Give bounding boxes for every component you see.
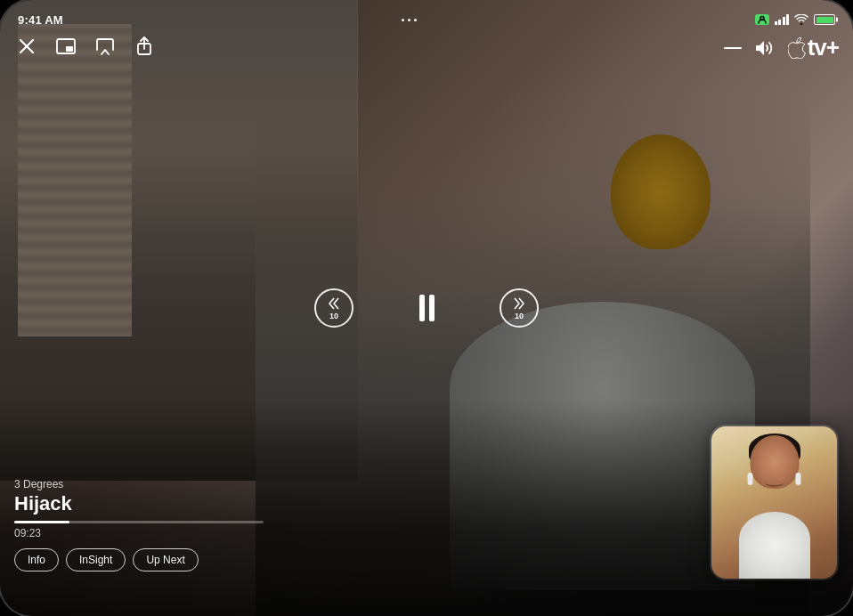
progress-bar-fill bbox=[14, 521, 69, 523]
episode-label: 3 Degrees bbox=[14, 478, 264, 490]
skip-back-content: 10 bbox=[326, 296, 342, 320]
pause-bar-right bbox=[429, 295, 435, 321]
facetime-person-head bbox=[750, 435, 799, 489]
top-right-controls: tv+ bbox=[724, 34, 839, 61]
minimize-button[interactable] bbox=[724, 47, 742, 49]
signal-bar-1 bbox=[775, 21, 777, 25]
pip-button[interactable] bbox=[53, 34, 78, 59]
signal-bar-3 bbox=[783, 17, 785, 25]
info-button[interactable]: Info bbox=[14, 548, 59, 571]
pause-button[interactable] bbox=[407, 288, 446, 328]
facetime-overlay[interactable] bbox=[710, 425, 839, 580]
status-center bbox=[402, 19, 417, 21]
status-right bbox=[755, 14, 836, 25]
person-indicator-icon bbox=[758, 15, 767, 24]
skip-forward-icon bbox=[511, 296, 527, 311]
svg-marker-6 bbox=[756, 41, 764, 55]
show-title: Hijack bbox=[14, 492, 264, 515]
device-frame: 9:41 AM bbox=[0, 0, 853, 616]
skip-forward-content: 10 bbox=[511, 296, 527, 320]
svg-rect-4 bbox=[66, 46, 73, 52]
skip-forward-button[interactable]: 10 bbox=[500, 288, 539, 328]
top-left-controls bbox=[14, 34, 157, 59]
skip-back-label: 10 bbox=[329, 312, 338, 320]
status-dot-2 bbox=[408, 19, 410, 21]
status-dot-1 bbox=[402, 19, 404, 21]
close-icon bbox=[19, 38, 35, 54]
apple-icon bbox=[788, 37, 806, 59]
pause-bar-left bbox=[419, 295, 425, 321]
time-display: 09:23 bbox=[14, 527, 264, 539]
signal-bar-4 bbox=[786, 14, 789, 25]
skip-forward-label: 10 bbox=[515, 312, 524, 320]
skip-back-icon bbox=[326, 296, 342, 311]
signal-bar-2 bbox=[778, 20, 781, 25]
wifi-icon bbox=[794, 14, 808, 25]
status-dot-3 bbox=[414, 19, 417, 21]
bottom-info: 3 Degrees Hijack 09:23 Info InSight Up N… bbox=[14, 478, 264, 571]
insight-button[interactable]: InSight bbox=[66, 548, 126, 571]
skip-back-button[interactable]: 10 bbox=[314, 288, 353, 328]
person-indicator bbox=[755, 14, 769, 25]
close-button[interactable] bbox=[14, 34, 39, 59]
airplay-icon bbox=[95, 37, 115, 55]
tv-plus-label: tv+ bbox=[808, 34, 839, 61]
facetime-person-smile bbox=[765, 478, 784, 487]
facetime-airpod-left bbox=[748, 473, 753, 485]
battery-outline bbox=[814, 14, 835, 25]
action-buttons: Info InSight Up Next bbox=[14, 548, 264, 571]
battery-container bbox=[814, 14, 835, 25]
share-button[interactable] bbox=[132, 34, 157, 59]
facetime-person-body bbox=[739, 512, 810, 579]
up-next-button[interactable]: Up Next bbox=[133, 548, 198, 571]
volume-icon bbox=[755, 40, 775, 56]
apple-tv-logo: tv+ bbox=[788, 34, 839, 61]
status-time: 9:41 AM bbox=[18, 13, 63, 27]
signal-bars bbox=[775, 14, 790, 25]
battery-fill bbox=[816, 17, 833, 23]
airplay-button[interactable] bbox=[93, 34, 118, 59]
facetime-video bbox=[711, 426, 837, 579]
center-controls: 10 10 bbox=[314, 288, 539, 328]
volume-button[interactable] bbox=[752, 36, 777, 61]
status-bar: 9:41 AM bbox=[0, 0, 853, 32]
progress-bar-container[interactable] bbox=[14, 521, 264, 523]
facetime-airpod-right bbox=[796, 473, 801, 485]
share-icon bbox=[136, 36, 152, 56]
pip-icon bbox=[56, 38, 76, 54]
